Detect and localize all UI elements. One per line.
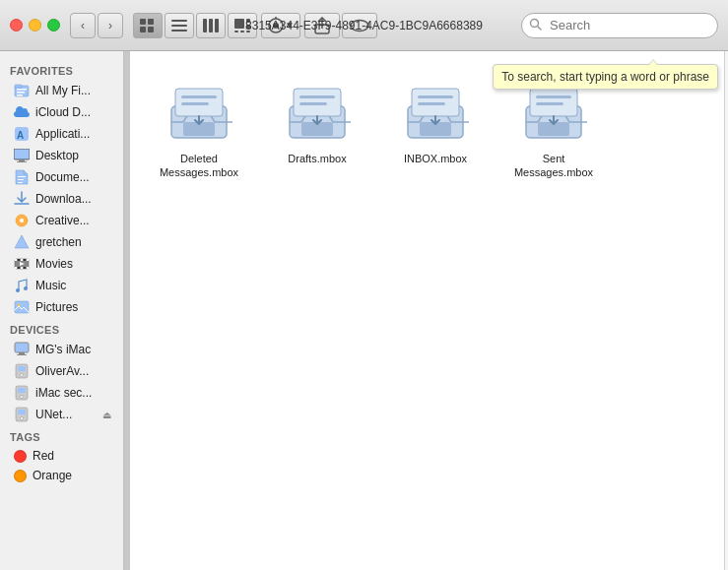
maximize-button[interactable] bbox=[47, 19, 60, 32]
sidebar-label-music: Music bbox=[35, 279, 66, 292]
search-input[interactable] bbox=[521, 13, 718, 38]
titlebar: ‹ › bbox=[0, 0, 728, 51]
svg-rect-40 bbox=[18, 259, 20, 261]
file-item-drafts[interactable]: Drafts.mbox bbox=[268, 71, 366, 186]
sidebar-item-all-my-files[interactable]: All My Fi... bbox=[4, 80, 119, 101]
column-view-button[interactable] bbox=[196, 13, 226, 38]
svg-point-65 bbox=[21, 417, 24, 420]
svg-point-37 bbox=[20, 219, 24, 222]
sidebar-item-oliverav[interactable]: OliverAv... bbox=[4, 360, 119, 382]
file-label-inbox: INBOX.mbox bbox=[404, 152, 467, 165]
downloads-icon bbox=[14, 191, 30, 207]
svg-rect-25 bbox=[17, 89, 27, 91]
icon-view-button[interactable] bbox=[133, 13, 163, 38]
svg-rect-3 bbox=[148, 27, 154, 32]
list-view-button[interactable] bbox=[165, 13, 194, 38]
svg-rect-32 bbox=[17, 161, 27, 162]
documents-icon bbox=[14, 169, 30, 185]
sidebar-item-mgs-imac[interactable]: MG's iMac bbox=[4, 339, 119, 360]
main-layout: Favorites All My Fi... iCloud D... bbox=[0, 51, 728, 570]
svg-rect-35 bbox=[18, 182, 23, 183]
svg-point-59 bbox=[21, 374, 24, 377]
sidebar-label-oliverav: OliverAv... bbox=[35, 364, 89, 378]
favorites-header: Favorites bbox=[0, 59, 123, 80]
svg-rect-80 bbox=[418, 102, 445, 105]
sidebar-item-unet[interactable]: UNet... ⏏ bbox=[4, 404, 119, 425]
view-buttons bbox=[133, 13, 257, 38]
sidebar-item-applications[interactable]: A Applicati... bbox=[4, 123, 119, 145]
svg-rect-46 bbox=[21, 267, 23, 269]
sidebar-item-pictures[interactable]: Pictures bbox=[4, 296, 119, 318]
svg-rect-74 bbox=[299, 95, 335, 98]
svg-rect-54 bbox=[15, 343, 29, 352]
file-label-deleted-messages: DeletedMessages.mbox bbox=[160, 152, 238, 180]
svg-rect-2 bbox=[140, 27, 146, 32]
svg-rect-52 bbox=[15, 301, 29, 313]
content-area: DeletedMessages.mbox Drafts.mbox bbox=[130, 51, 724, 570]
sidebar-label-gretchen: gretchen bbox=[35, 235, 82, 249]
desktop-icon bbox=[14, 148, 30, 163]
svg-text:A: A bbox=[17, 130, 24, 141]
minimize-button[interactable] bbox=[29, 19, 41, 32]
file-item-deleted-messages[interactable]: DeletedMessages.mbox bbox=[150, 71, 248, 186]
svg-rect-61 bbox=[18, 388, 26, 393]
sidebar-label-creative: Creative... bbox=[35, 214, 90, 227]
sidebar-label-icloud-drive: iCloud D... bbox=[35, 105, 91, 119]
devices-header: Devices bbox=[0, 318, 123, 339]
unet-icon bbox=[14, 407, 30, 422]
sidebar-item-gretchen[interactable]: gretchen bbox=[4, 231, 119, 253]
svg-rect-10 bbox=[234, 19, 244, 29]
svg-point-62 bbox=[21, 396, 24, 399]
svg-rect-8 bbox=[209, 19, 213, 32]
back-button[interactable]: ‹ bbox=[70, 13, 96, 38]
svg-rect-5 bbox=[171, 25, 187, 27]
svg-rect-33 bbox=[18, 176, 26, 177]
svg-rect-27 bbox=[17, 95, 23, 96]
sidebar-item-tag-orange[interactable]: Orange bbox=[4, 466, 119, 485]
svg-rect-39 bbox=[15, 259, 17, 261]
svg-rect-75 bbox=[299, 102, 327, 105]
sidebar-item-tag-red[interactable]: Red bbox=[4, 446, 119, 466]
sidebar-label-downloads: Downloa... bbox=[35, 192, 92, 206]
svg-rect-14 bbox=[240, 31, 244, 32]
close-button[interactable] bbox=[10, 19, 23, 32]
sidebar-item-desktop[interactable]: Desktop bbox=[4, 145, 119, 166]
orange-tag-dot bbox=[14, 470, 27, 482]
icloud-drive-icon bbox=[14, 104, 30, 120]
preview-panel bbox=[724, 51, 728, 570]
sidebar-label-tag-red: Red bbox=[33, 449, 54, 463]
sidebar: Favorites All My Fi... iCloud D... bbox=[0, 51, 124, 570]
svg-rect-69 bbox=[181, 95, 217, 98]
file-label-sent-messages: SentMessages.mbox bbox=[514, 152, 593, 180]
eject-icon[interactable]: ⏏ bbox=[102, 410, 111, 420]
sidebar-item-downloads[interactable]: Downloa... bbox=[4, 188, 119, 210]
window-title: 8315A344-E3F9-4891-4AC9-1BC9A6668389 bbox=[245, 19, 483, 32]
sidebar-label-documents: Docume... bbox=[35, 170, 90, 184]
traffic-lights bbox=[10, 19, 60, 32]
svg-rect-79 bbox=[418, 95, 453, 98]
sidebar-label-mgs-imac: MG's iMac bbox=[35, 343, 91, 356]
svg-rect-58 bbox=[18, 366, 26, 371]
svg-rect-41 bbox=[21, 259, 23, 261]
file-item-inbox[interactable]: INBOX.mbox bbox=[386, 71, 485, 186]
svg-rect-1 bbox=[148, 19, 154, 25]
sidebar-item-imac-sec[interactable]: iMac sec... bbox=[4, 382, 119, 404]
svg-rect-9 bbox=[215, 19, 219, 32]
sidebar-item-documents[interactable]: Docume... bbox=[4, 166, 119, 188]
svg-rect-0 bbox=[140, 19, 146, 25]
svg-rect-70 bbox=[181, 102, 209, 105]
svg-rect-7 bbox=[203, 19, 207, 32]
svg-rect-55 bbox=[19, 352, 25, 354]
sidebar-item-music[interactable]: Music bbox=[4, 275, 119, 296]
forward-button[interactable]: › bbox=[98, 13, 123, 38]
applications-icon: A bbox=[14, 126, 30, 142]
music-icon bbox=[14, 278, 30, 293]
svg-rect-48 bbox=[27, 267, 29, 269]
red-tag-dot bbox=[14, 450, 27, 463]
imac-sec-icon bbox=[14, 385, 30, 401]
sidebar-item-icloud-drive[interactable]: iCloud D... bbox=[4, 101, 119, 123]
sidebar-item-creative[interactable]: Creative... bbox=[4, 210, 119, 231]
search-tooltip: To search, start typing a word or phrase bbox=[493, 64, 718, 90]
sidebar-item-movies[interactable]: Movies bbox=[4, 253, 119, 275]
tags-header: Tags bbox=[0, 425, 123, 446]
